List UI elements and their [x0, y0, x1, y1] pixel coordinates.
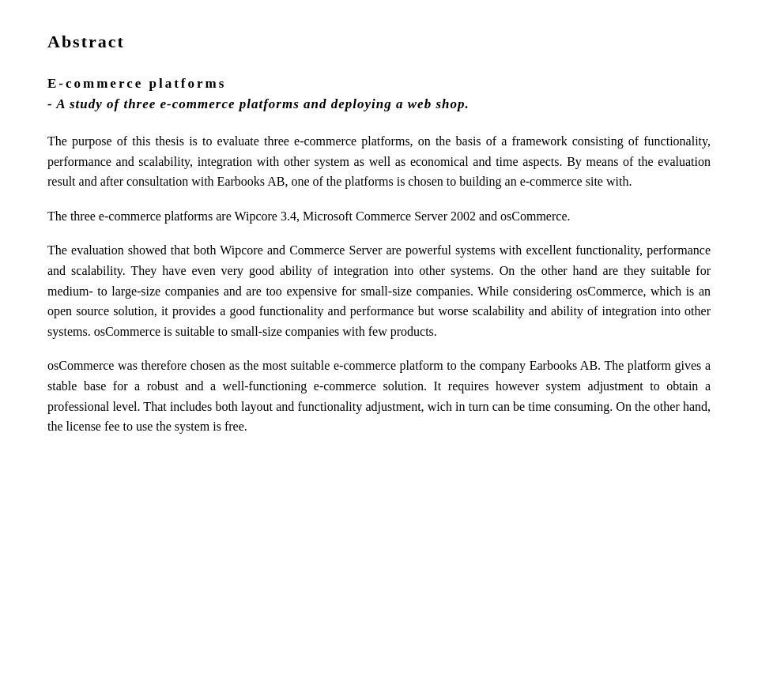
section-subheading: - A study of three e-commerce platforms …	[47, 96, 711, 112]
paragraph-2: The three e-commerce platforms are Wipco…	[47, 206, 711, 227]
page-title: Abstract	[47, 32, 711, 52]
paragraph-1: The purpose of this thesis is to evaluat…	[47, 131, 711, 192]
paragraph-4: osCommerce was therefore chosen as the m…	[47, 356, 711, 436]
section-heading: E-commerce platforms	[47, 76, 711, 92]
paragraph-3: The evaluation showed that both Wipcore …	[47, 240, 711, 341]
